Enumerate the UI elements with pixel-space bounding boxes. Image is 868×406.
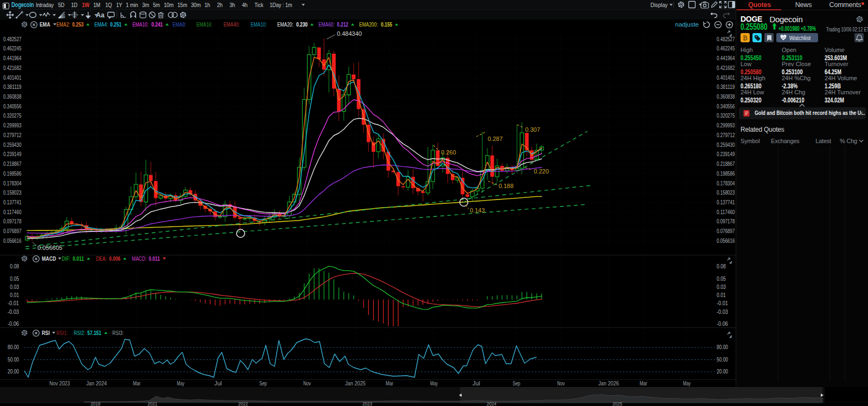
svg-text:2022: 2022 [238, 401, 248, 406]
svg-text:2025: 2025 [612, 401, 622, 406]
svg-text:2024: 2024 [487, 401, 496, 406]
svg-text:2018: 2018 [91, 401, 100, 406]
svg-text:2023: 2023 [362, 401, 372, 406]
svg-text:2021: 2021 [148, 401, 157, 406]
